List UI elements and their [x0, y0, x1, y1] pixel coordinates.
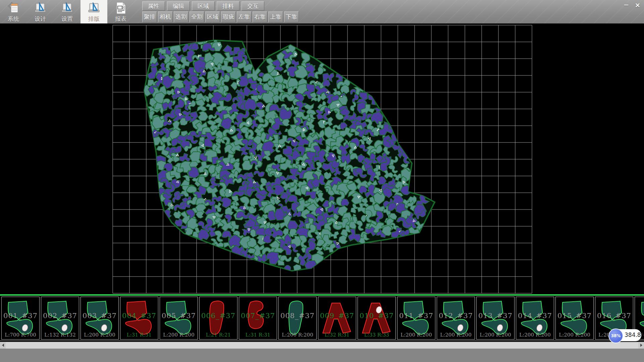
- part-label: 008_#37: [279, 312, 316, 320]
- part-lr-count: L:200 R:200: [160, 332, 198, 338]
- window-controls: ─ ×: [621, 1, 643, 9]
- memory-percent: 38%: [608, 328, 623, 343]
- toolbar-button-label: 报表: [115, 15, 126, 22]
- memory-badge: 38% 384.8M: [608, 328, 642, 342]
- menu-bar: 属性编辑区域排料交互: [142, 1, 264, 11]
- toolbar-button-settings[interactable]: 设置: [54, 0, 80, 23]
- part-tile[interactable]: 012_#37 L:200 R:200: [437, 297, 475, 340]
- toolbar-button-label: 设置: [61, 15, 73, 22]
- part-label: 011_#37: [397, 312, 435, 320]
- scroll-right-icon: [640, 344, 642, 347]
- scroll-left-icon: [2, 344, 4, 347]
- toolbar-button-system[interactable]: 系统: [0, 0, 27, 23]
- canvas-svg: [0, 23, 644, 294]
- toolbar-button-label: 排版: [88, 15, 100, 22]
- toolbar-button-layout[interactable]: 排版: [80, 0, 107, 23]
- part-lr-count: L:200 R:200: [397, 332, 435, 338]
- main-mode-buttons: 系统 设计: [0, 0, 134, 23]
- main-toolbar: 系统 设计: [0, 0, 644, 24]
- part-lr-count: L:31 R:31: [239, 332, 277, 338]
- menu-item-edit[interactable]: 编辑: [167, 1, 190, 11]
- toolbar-button-label: 设计: [35, 15, 46, 22]
- part-tile[interactable]: 009_#37 L:32 R:31: [318, 297, 356, 340]
- part-label: 014_#37: [516, 312, 554, 320]
- minimize-button[interactable]: ─: [621, 1, 631, 9]
- memory-used: 384.8M: [625, 331, 644, 338]
- nesting-canvas[interactable]: [0, 23, 644, 294]
- part-label: 005_#37: [160, 312, 198, 320]
- laptop-ruler-icon: [34, 1, 47, 15]
- tool-button-camera[interactable]: 相机: [158, 11, 173, 22]
- scroll-right-button[interactable]: [638, 342, 644, 349]
- tool-button-snap-right[interactable]: 右靠: [253, 11, 267, 22]
- part-lr-count: L:200 R:200: [477, 332, 514, 338]
- report-document-icon: [114, 1, 127, 15]
- toolbar-button-design[interactable]: 设计: [27, 0, 54, 23]
- scroll-left-button[interactable]: [0, 342, 6, 349]
- menu-item-properties[interactable]: 属性: [142, 1, 165, 11]
- menu-item-interactive[interactable]: 交互: [241, 1, 264, 11]
- gear-document-icon: [7, 1, 20, 15]
- part-tile[interactable]: 004_#37 L:31 R:31: [120, 297, 158, 340]
- part-label: 013_#37: [477, 312, 514, 320]
- close-button[interactable]: ×: [633, 1, 643, 9]
- part-label: 001_#37: [2, 312, 39, 320]
- part-lr-count: L:200 R:200: [81, 332, 118, 338]
- part-tile[interactable]: 008_#37 L:200 R:200: [278, 297, 317, 340]
- laptop-ruler-icon: [60, 1, 74, 15]
- part-lr-count: L:200 R:200: [279, 332, 316, 338]
- part-lr-count: L:700 R:700: [2, 332, 39, 338]
- part-label: 016_#37: [595, 312, 633, 320]
- menu-item-region[interactable]: 区域: [192, 1, 215, 11]
- part-tile[interactable]: 011_#37 L:200 R:200: [397, 297, 435, 340]
- part-lr-count: L:200 R:200: [516, 332, 554, 338]
- part-lr-count: L:132 R:132: [41, 332, 79, 338]
- tool-button-snap-bottom[interactable]: 下靠: [284, 11, 299, 22]
- part-lr-count: L:32 R:31: [318, 332, 356, 338]
- part-tile[interactable]: 002_#37 L:132 R:132: [41, 297, 79, 340]
- part-label: 007_#37: [239, 312, 277, 320]
- part-label: 002_#37: [41, 312, 79, 320]
- menu-item-nesting[interactable]: 排料: [217, 1, 239, 11]
- parts-panel: 001_#37 L:700 R:700 002_#37 L:132 R:132 …: [0, 296, 644, 341]
- part-tile[interactable]: 013_#37 L:200 R:200: [476, 297, 515, 340]
- part-tile[interactable]: 005_#37 L:200 R:200: [160, 297, 198, 340]
- tool-button-defect[interactable]: 瑕疵: [221, 11, 236, 22]
- part-lr-count: L:33 R:33: [358, 332, 395, 338]
- part-lr-count: L:21 R:21: [200, 332, 237, 338]
- part-tile[interactable]: 010_#37 L:33 R:33: [358, 297, 396, 340]
- tool-button-area[interactable]: 区域: [205, 11, 220, 22]
- panel-separator: [0, 294, 644, 296]
- app-window: 系统 设计: [0, 0, 644, 362]
- tool-button-cluster-nest[interactable]: 聚排: [142, 11, 157, 22]
- laptop-ruler-icon: [87, 1, 101, 15]
- part-tile[interactable]: 014_#37 L:200 R:200: [516, 297, 554, 340]
- part-lr-count: L:31 R:31: [120, 332, 158, 338]
- tool-button-select-cut[interactable]: 选割: [174, 11, 189, 22]
- tool-button-cut-all[interactable]: 全割: [190, 11, 204, 22]
- part-label: 003_#37: [81, 312, 118, 320]
- part-tile[interactable]: 003_#37 L:200 R:200: [80, 297, 119, 340]
- part-label: 006_#37: [200, 312, 237, 320]
- part-tile[interactable]: 001_#37 L:700 R:700: [1, 297, 40, 340]
- toolbar-button-report[interactable]: 报表: [107, 0, 134, 23]
- part-lr-count: L:200 R:200: [437, 332, 475, 338]
- tool-button-snap-left[interactable]: 左靠: [237, 11, 252, 22]
- part-label: 010_#37: [358, 312, 395, 320]
- window-bottom-bar: [0, 349, 644, 362]
- part-tile[interactable]: 006_#37 L:21 R:21: [199, 297, 237, 340]
- part-label: 012_#37: [437, 312, 475, 320]
- part-lr-count: L:200 R:200: [556, 332, 593, 338]
- part-label: 015_#37: [556, 312, 593, 320]
- part-tile[interactable]: 015_#37 L:200 R:200: [555, 297, 594, 340]
- tool-bar: 聚排相机选割全割区域瑕疵左靠右靠上靠下靠: [142, 11, 299, 22]
- part-label: 004_#37: [120, 312, 158, 320]
- toolbar-button-label: 系统: [8, 15, 19, 22]
- tool-button-snap-top[interactable]: 上靠: [268, 11, 283, 22]
- horizontal-scrollbar[interactable]: [0, 342, 644, 349]
- part-tile[interactable]: 007_#37 L:31 R:31: [239, 297, 277, 340]
- part-label: 009_#37: [318, 312, 356, 320]
